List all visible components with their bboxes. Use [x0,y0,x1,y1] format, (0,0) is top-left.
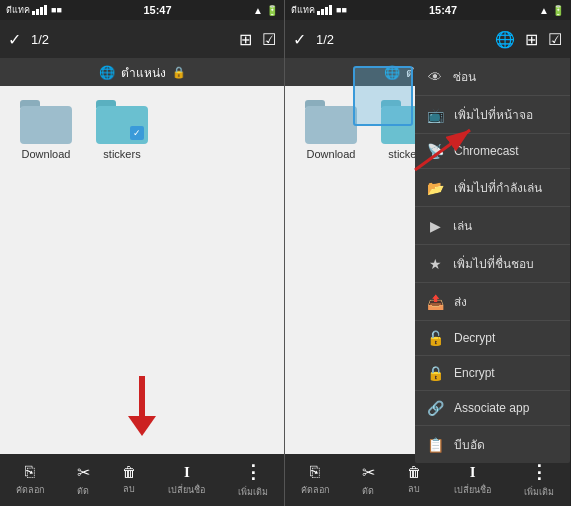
left-battery-indicator: ■■ [51,5,62,15]
right-page-count: 1/2 [316,32,489,47]
associate-icon: 🔗 [427,400,444,416]
left-folder-stickers-icon: ✓ [96,100,148,144]
hide-label: ซ่อน [453,67,476,86]
left-status-bar: ดีแทค ■■ 15:47 ▲ 🔋 [0,0,284,20]
left-stickers-body: ✓ [96,106,148,144]
decrypt-label: Decrypt [454,331,495,345]
right-globe-icon[interactable]: 🌐 [495,30,515,49]
right-time: 15:47 [429,4,457,16]
dropdown-decrypt[interactable]: 🔓 Decrypt [415,321,570,356]
right-delete-btn[interactable]: 🗑 ลบ [407,464,421,496]
left-folder-body [20,106,72,144]
dropdown-send[interactable]: 📤 ส่ง [415,283,570,321]
left-page-count: 1/2 [31,32,233,47]
right-dropdown-menu: 👁 ซ่อน 📺 เพิ่มไปที่หน้าจอ 📡 Chromecast 📂… [415,58,570,463]
chromecast-label: Chromecast [454,144,519,158]
right-check-icon[interactable]: ✓ [293,30,306,49]
dropdown-hide[interactable]: 👁 ซ่อน [415,58,570,96]
right-battery-indicator: ■■ [336,5,347,15]
right-copy-btn[interactable]: ⎘ คัดลอก [301,463,329,497]
right-signal [317,5,332,15]
dropdown-play[interactable]: ▶ เล่น [415,207,570,245]
left-carrier: ดีแทค [6,3,30,17]
right-selected-highlight [353,66,413,126]
right-carrier: ดีแทค [291,3,315,17]
left-copy-btn[interactable]: ⎘ คัดลอก [16,463,44,497]
right-status-left: ดีแทค ■■ [291,3,347,17]
right-delete-label: ลบ [408,482,420,496]
dropdown-encrypt[interactable]: 🔒 Encrypt [415,356,570,391]
encrypt-label: Encrypt [454,366,495,380]
left-delete-label: ลบ [123,482,135,496]
left-battery-icon: 🔋 [266,5,278,16]
add-to-screen-icon: 📺 [427,107,444,123]
left-status-right: ▲ 🔋 [253,5,278,16]
right-battery-icon: 🔋 [552,5,564,16]
left-cut-btn[interactable]: ✂ ตัด [77,463,90,498]
dropdown-favorite[interactable]: ★ เพิ่มไปที่ชื่นชอบ [415,245,570,283]
left-cut-label: ตัด [77,484,89,498]
dropdown-associate-app[interactable]: 🔗 Associate app [415,391,570,426]
left-select-icon[interactable]: ☑ [262,30,276,49]
left-check-icon[interactable]: ✓ [8,30,21,49]
right-select-icon[interactable]: ☑ [548,30,562,49]
right-delete-icon: 🗑 [407,464,421,480]
dropdown-chromecast[interactable]: 📡 Chromecast [415,134,570,169]
right-cut-icon: ✂ [362,463,375,482]
right-grid-icon[interactable]: ⊞ [525,30,538,49]
send-icon: 📤 [427,294,444,310]
left-more-btn[interactable]: ⋮ เพิ่มเติม [238,461,268,499]
right-file-download[interactable]: Download [301,100,361,160]
play-icon: ▶ [427,218,443,234]
left-globe-icon: 🌐 [99,65,115,80]
left-more-icon: ⋮ [244,461,262,483]
send-label: ส่ง [454,292,467,311]
right-cut-btn[interactable]: ✂ ตัด [362,463,375,498]
right-copy-label: คัดลอก [301,483,329,497]
left-rename-icon: I [184,464,190,481]
right-more-btn[interactable]: ⋮ เพิ่มเติม [524,461,554,499]
left-lock-icon: 🔒 [172,66,186,79]
left-copy-icon: ⎘ [25,463,35,481]
left-folder-name: ตำแหน่ง [121,63,166,82]
left-status-left: ดีแทค ■■ [6,3,62,17]
left-delete-icon: 🗑 [122,464,136,480]
left-time: 15:47 [143,4,171,16]
left-file-download[interactable]: Download [16,100,76,160]
add-to-playing-label: เพิ่มไปที่กำลังเล่น [454,178,542,197]
right-folder-download-icon [305,100,357,144]
encrypt-icon: 🔒 [427,365,444,381]
left-wifi-icon: ▲ [253,5,263,16]
left-panel: ดีแทค ■■ 15:47 ▲ 🔋 ✓ 1/2 ⊞ ☑ 🌐 ตำแหน่ง 🔒 [0,0,285,506]
right-panel: ดีแทค ■■ 15:47 ▲ 🔋 ✓ 1/2 🌐 ⊞ ☑ 🌐 ตำแหน่ง… [285,0,570,506]
left-rename-btn[interactable]: I เปลี่ยนชื่อ [168,464,205,497]
left-breadcrumb: 🌐 ตำแหน่ง 🔒 [0,58,284,86]
compress-icon: 📋 [427,437,444,453]
left-grid-icon[interactable]: ⊞ [239,30,252,49]
right-wifi-icon: ▲ [539,5,549,16]
left-rename-label: เปลี่ยนชื่อ [168,483,205,497]
play-label: เล่น [453,216,472,235]
right-toolbar: ✓ 1/2 🌐 ⊞ ☑ [285,20,570,58]
left-toolbar: ✓ 1/2 ⊞ ☑ [0,20,284,58]
right-cut-label: ตัด [362,484,374,498]
right-rename-btn[interactable]: I เปลี่ยนชื่อ [454,464,491,497]
hide-icon: 👁 [427,69,443,85]
right-download-label: Download [307,148,356,160]
right-status-bar: ดีแทค ■■ 15:47 ▲ 🔋 [285,0,570,20]
left-file-stickers[interactable]: ✓ stickers [92,100,152,160]
left-arrow-head [128,416,156,436]
left-stickers-check: ✓ [130,126,144,140]
right-status-right: ▲ 🔋 [539,5,564,16]
left-arrow-stem [139,376,145,416]
right-folder-body [305,106,357,144]
favorite-label: เพิ่มไปที่ชื่นชอบ [453,254,534,273]
left-more-label: เพิ่มเติม [238,485,268,499]
left-toolbar-icons: ⊞ ☑ [239,30,276,49]
left-folder-download-icon [20,100,72,144]
left-download-label: Download [22,148,71,160]
dropdown-add-to-screen[interactable]: 📺 เพิ่มไปที่หน้าจอ [415,96,570,134]
left-delete-btn[interactable]: 🗑 ลบ [122,464,136,496]
dropdown-compress[interactable]: 📋 บีบอัด [415,426,570,463]
dropdown-add-to-playing[interactable]: 📂 เพิ่มไปที่กำลังเล่น [415,169,570,207]
